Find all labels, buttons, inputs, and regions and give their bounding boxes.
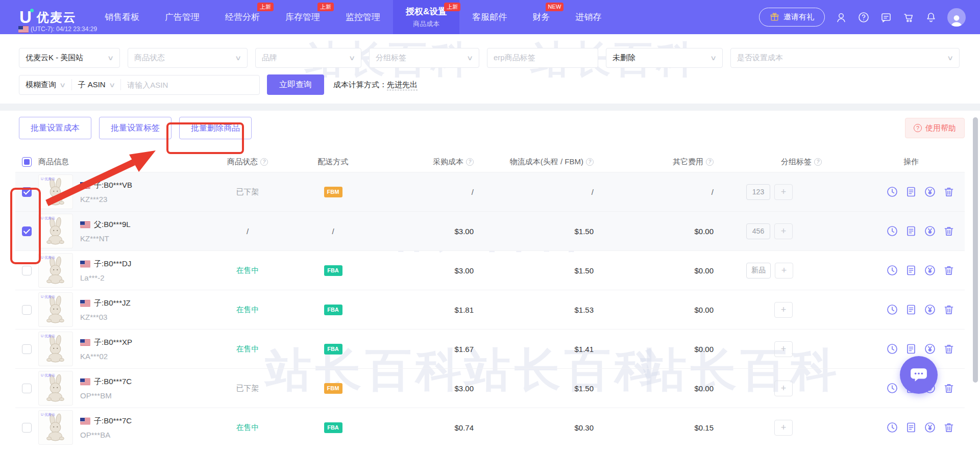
delete-trash-icon[interactable]	[943, 186, 955, 198]
add-tag-button[interactable]: +	[774, 184, 793, 200]
logistics-cost: $1.41	[574, 345, 594, 353]
logistics-cost: $1.53	[574, 306, 594, 314]
filter-control-1[interactable]: 商品状态 ∨	[128, 48, 248, 68]
purchase-cost: $3.00	[454, 266, 474, 275]
bulk-button-2[interactable]: 批量删除商品	[179, 117, 252, 139]
detail-doc-icon[interactable]	[905, 264, 917, 276]
row-checkbox[interactable]	[22, 266, 32, 275]
nav-item-1[interactable]: 广告管理	[152, 0, 212, 34]
product-image[interactable]: U 优麦云	[38, 292, 73, 327]
row-checkbox[interactable]	[22, 344, 32, 354]
new-badge: 上新	[257, 3, 274, 11]
bulk-button-1[interactable]: 批量设置标签	[99, 117, 172, 139]
history-clock-icon[interactable]	[886, 304, 898, 316]
cost-yen-icon[interactable]	[924, 186, 936, 198]
filter-control-3[interactable]: 分组标签 ∨	[369, 48, 479, 68]
cost-yen-icon[interactable]	[924, 264, 936, 276]
add-tag-button[interactable]: +	[774, 223, 793, 239]
asin-type-select[interactable]: 子 ASIN∨	[72, 80, 121, 90]
query-button[interactable]: 立即查询	[267, 74, 324, 95]
add-tag-button[interactable]: +	[774, 420, 793, 436]
nav-item-8[interactable]: 进销存	[562, 0, 614, 34]
filter-control-5[interactable]: 未删除 ∨	[606, 48, 723, 68]
filter-control-0[interactable]: 优麦云K - 美国站 ∨	[19, 48, 120, 68]
help-icon[interactable]	[857, 11, 870, 23]
history-clock-icon[interactable]	[886, 343, 898, 355]
history-clock-icon[interactable]	[886, 264, 898, 276]
detail-doc-icon[interactable]	[905, 186, 917, 198]
bulk-toolbar: 批量设置成本批量设置标签批量删除商品 ? 使用帮助	[0, 117, 980, 139]
nav-item-6[interactable]: 客服邮件	[459, 0, 520, 34]
info-icon[interactable]: ?	[260, 158, 268, 166]
delete-trash-icon[interactable]	[943, 264, 955, 276]
logo[interactable]: U 优麦云 (UTC-7): 04/12 23:34:29	[0, 0, 92, 34]
nav-item-0[interactable]: 销售看板	[92, 0, 152, 34]
delete-trash-icon[interactable]	[943, 225, 955, 237]
cost-yen-icon[interactable]	[924, 343, 936, 355]
info-icon[interactable]: ?	[466, 158, 474, 166]
product-image[interactable]: U 优麦云	[38, 332, 73, 366]
history-clock-icon[interactable]	[886, 225, 898, 237]
avatar[interactable]	[947, 8, 966, 27]
product-image[interactable]: U 优麦云	[38, 371, 73, 406]
product-image[interactable]: U 优麦云	[38, 410, 73, 445]
detail-doc-icon[interactable]	[905, 343, 917, 355]
row-checkbox[interactable]	[22, 384, 32, 393]
history-clock-icon[interactable]	[886, 382, 898, 394]
cost-method-value[interactable]: 先进先出	[387, 80, 418, 90]
customer-service-icon[interactable]	[835, 11, 847, 23]
row-checkbox[interactable]	[22, 226, 32, 236]
select-all-checkbox[interactable]	[22, 157, 32, 167]
nav-item-7[interactable]: 财务 NEW	[520, 0, 562, 34]
filter-control-6[interactable]: 是否设置成本 ∨	[730, 48, 960, 68]
cost-yen-icon[interactable]	[924, 304, 936, 316]
nav-item-2[interactable]: 经营分析 上新	[212, 0, 273, 34]
add-tag-button[interactable]: +	[774, 302, 793, 318]
detail-doc-icon[interactable]	[905, 304, 917, 316]
cart-icon[interactable]	[902, 11, 915, 23]
info-icon[interactable]: ?	[814, 158, 822, 166]
asin-search-group: 模糊查询∨ 子 ASIN∨	[19, 75, 260, 95]
us-flag-icon	[80, 300, 90, 307]
history-clock-icon[interactable]	[886, 421, 898, 434]
history-clock-icon[interactable]	[886, 186, 898, 198]
add-tag-button[interactable]: +	[774, 341, 793, 357]
product-image[interactable]: U 优麦云	[38, 253, 73, 288]
bell-icon[interactable]	[925, 11, 937, 23]
nav-item-3[interactable]: 库存管理 上新	[273, 0, 333, 34]
row-checkbox[interactable]	[22, 423, 32, 433]
filter-control-4[interactable]: erp商品标签	[487, 48, 598, 68]
asin-label: 子:B0***JZ	[94, 298, 131, 308]
row-checkbox[interactable]	[22, 187, 32, 197]
search-mode-select[interactable]: 模糊查询∨	[19, 80, 71, 90]
group-tag[interactable]: 新品	[746, 263, 771, 279]
product-image[interactable]: U 优麦云	[38, 174, 73, 209]
delete-trash-icon[interactable]	[943, 343, 955, 355]
detail-doc-icon[interactable]	[905, 225, 917, 237]
delete-trash-icon[interactable]	[943, 382, 955, 394]
asin-input[interactable]	[121, 81, 259, 89]
detail-doc-icon[interactable]	[905, 421, 917, 434]
invite-button[interactable]: 邀请有礼	[759, 8, 825, 27]
chat-fab-button[interactable]	[900, 356, 938, 394]
info-icon[interactable]: ?	[706, 158, 714, 166]
feedback-icon[interactable]	[880, 11, 892, 23]
delete-trash-icon[interactable]	[943, 304, 955, 316]
cost-yen-icon[interactable]	[924, 225, 936, 237]
add-tag-button[interactable]: +	[774, 381, 793, 396]
product-image[interactable]: U 优麦云	[38, 214, 73, 248]
help-button[interactable]: ? 使用帮助	[905, 118, 965, 138]
nav-item-5[interactable]: 授权&设置 商品成本 上新	[393, 0, 459, 34]
vertical-scrollbar[interactable]	[973, 117, 978, 383]
bulk-button-0[interactable]: 批量设置成本	[19, 117, 91, 139]
delete-trash-icon[interactable]	[943, 421, 955, 434]
nav-item-4[interactable]: 监控管理	[333, 0, 393, 34]
info-icon[interactable]: ?	[586, 158, 594, 166]
group-tag[interactable]: 456	[746, 223, 770, 239]
filter-control-2[interactable]: 品牌 ∨	[255, 48, 361, 68]
cost-yen-icon[interactable]	[924, 421, 936, 434]
add-tag-button[interactable]: +	[775, 263, 793, 279]
chevron-down-icon: ∨	[109, 81, 115, 89]
row-checkbox[interactable]	[22, 305, 32, 315]
group-tag[interactable]: 123	[746, 184, 770, 200]
